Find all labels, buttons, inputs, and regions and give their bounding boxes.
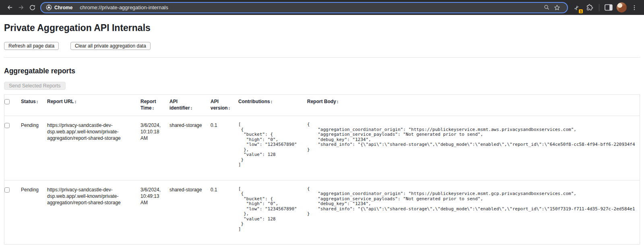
contributions-cell: [ { "bucket": { "high": "0", "low": "123… <box>238 187 307 232</box>
sort-icon: ↕ <box>270 99 273 104</box>
column-header-report-body[interactable]: Report Body↕ <box>307 98 640 111</box>
row-select-cell <box>4 187 21 232</box>
sort-icon: ↕ <box>152 106 155 110</box>
row-select-cell <box>4 122 21 168</box>
column-header-contributions[interactable]: Contributions↕ <box>238 98 307 111</box>
report-body-cell: { "aggregation_coordinator_origin": "htt… <box>307 187 640 232</box>
table-row: Pending https://privacy-sandcastle-dev-d… <box>4 116 640 180</box>
forward-arrow-icon <box>18 4 25 11</box>
api-version-cell: 0.1 <box>211 187 238 232</box>
page-content: Private Aggregation API Internals Refres… <box>0 22 644 245</box>
table-header-row: Status↕ Report URL↕ Report Time↕ API ide… <box>4 95 640 116</box>
star-icon <box>553 4 561 11</box>
bookmark-button[interactable] <box>552 2 562 13</box>
scissors-extension-button[interactable]: ✂ 1 <box>571 2 582 13</box>
extensions-button[interactable] <box>584 2 595 13</box>
reload-button[interactable] <box>27 2 38 13</box>
chrome-chip: Chrome <box>46 4 72 10</box>
report-url-cell: https://privacy-sandcastle-dev-dsp.web.a… <box>47 187 140 232</box>
column-header-api-identifier[interactable]: API identifier↕ <box>169 98 211 111</box>
column-header-report-url[interactable]: Report URL↕ <box>47 98 140 111</box>
column-header-status[interactable]: Status↕ <box>21 98 47 111</box>
section-heading: Aggregatable reports <box>4 67 640 75</box>
report-body-cell: { "aggregation_coordinator_origin": "htt… <box>307 122 640 168</box>
back-arrow-icon <box>6 4 13 11</box>
api-identifier-cell: shared-storage <box>169 122 211 168</box>
row-checkbox[interactable] <box>4 123 10 128</box>
sort-icon: ↕ <box>190 106 193 110</box>
report-time-cell: 3/6/2024, 10:10:18 AM <box>140 122 169 168</box>
browser-menu-button[interactable] <box>629 2 640 13</box>
api-identifier-cell: shared-storage <box>169 187 211 232</box>
magnifier-icon <box>543 4 550 11</box>
chrome-chip-label: Chrome <box>54 5 72 10</box>
kebab-menu-icon <box>631 4 638 11</box>
back-button[interactable] <box>4 2 15 13</box>
reload-icon <box>29 4 36 11</box>
extension-badge: 1 <box>578 9 583 14</box>
zoom-button[interactable] <box>541 2 552 13</box>
select-all-cell <box>4 98 21 111</box>
section-divider <box>4 57 640 58</box>
sort-icon: ↕ <box>74 99 77 104</box>
status-cell: Pending <box>21 122 47 168</box>
refresh-all-button[interactable]: Refresh all page data <box>4 42 59 50</box>
sort-icon: ↕ <box>336 99 339 104</box>
table-row: Pending https://privacy-sandcastle-dev-d… <box>4 180 640 245</box>
chrome-logo-icon <box>46 4 52 10</box>
select-all-checkbox[interactable] <box>4 99 10 104</box>
puzzle-icon <box>586 4 594 11</box>
column-header-report-time[interactable]: Report Time↕ <box>140 98 169 111</box>
page-actions: Refresh all page data Clear all private … <box>4 42 640 50</box>
contributions-cell: [ { "bucket": { "high": "0", "low": "123… <box>238 122 307 168</box>
sort-icon: ↕ <box>36 99 39 104</box>
url-input[interactable]: chrome://private-aggregation-internals <box>80 4 541 10</box>
profile-button[interactable] <box>616 2 627 13</box>
side-panel-icon <box>605 4 613 11</box>
column-header-api-version[interactable]: API version↕ <box>211 98 238 111</box>
row-checkbox[interactable] <box>4 187 10 193</box>
forward-button[interactable] <box>15 2 27 13</box>
page-title: Private Aggregation API Internals <box>4 22 640 33</box>
report-url-cell: https://privacy-sandcastle-dev-dsp.web.a… <box>47 122 140 168</box>
omnibox[interactable]: Chrome chrome://private-aggregation-inte… <box>40 2 568 13</box>
toolbar-separator <box>599 4 599 11</box>
clear-all-button[interactable]: Clear all private aggregation data <box>70 42 151 50</box>
side-panel-button[interactable] <box>603 2 614 13</box>
send-selected-reports-button[interactable]: Send Selected Reports <box>4 82 66 90</box>
aggregatable-reports-table: Status↕ Report URL↕ Report Time↕ API ide… <box>4 94 640 245</box>
api-version-cell: 0.1 <box>211 122 238 168</box>
sort-icon: ↕ <box>228 106 231 110</box>
status-cell: Pending <box>21 187 47 232</box>
avatar <box>617 2 627 12</box>
report-time-cell: 3/6/2024, 10:49:13 AM <box>140 187 169 232</box>
browser-toolbar: Chrome chrome://private-aggregation-inte… <box>0 0 644 15</box>
